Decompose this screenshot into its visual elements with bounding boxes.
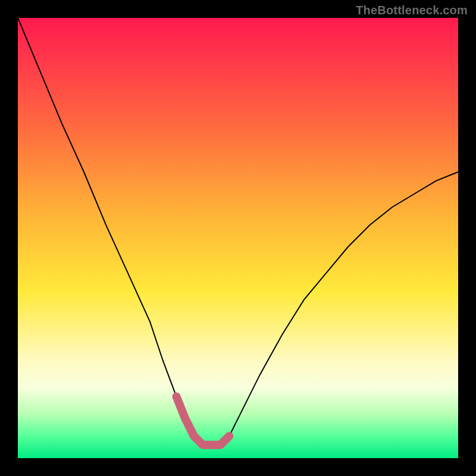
valley-highlight [176,396,229,444]
curve-svg [18,18,458,458]
plot-area [18,18,458,458]
watermark-text: TheBottleneck.com [356,4,468,17]
chart-frame: TheBottleneck.com [0,0,476,476]
bottleneck-curve [18,18,458,445]
